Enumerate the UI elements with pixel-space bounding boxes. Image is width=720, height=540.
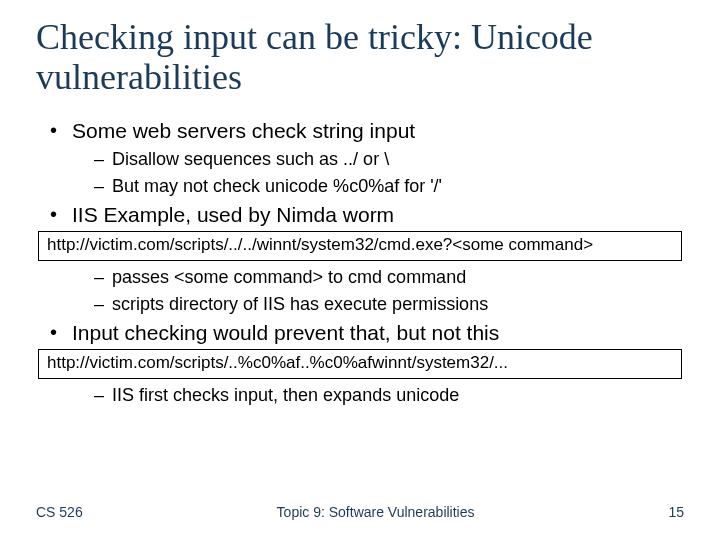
bullet-text: Some web servers check string input (72, 119, 415, 142)
example-url-box: http://victim.com/scripts/../../winnt/sy… (38, 231, 682, 261)
slide: Checking input can be tricky: Unicode vu… (0, 0, 720, 540)
bullet-list: Some web servers check string input Disa… (36, 119, 684, 227)
sub-bullet-list: passes <some command> to cmd command scr… (72, 267, 684, 315)
sub-bullet-item: IIS first checks input, then expands uni… (94, 385, 684, 406)
sub-bullet-item: scripts directory of IIS has execute per… (94, 294, 684, 315)
sub-bullet-list: IIS first checks input, then expands uni… (72, 385, 684, 406)
bullet-text: IIS Example, used by Nimda worm (72, 203, 394, 226)
bullet-item-hidden: passes <some command> to cmd command scr… (50, 267, 684, 315)
bullet-item-hidden: IIS first checks input, then expands uni… (50, 385, 684, 406)
bullet-item: Some web servers check string input Disa… (50, 119, 684, 197)
footer-left: CS 526 (36, 504, 83, 520)
footer-page-number: 15 (668, 504, 684, 520)
bullet-item: IIS Example, used by Nimda worm (50, 203, 684, 227)
footer-center: Topic 9: Software Vulnerabilities (83, 504, 669, 520)
bullet-text: Input checking would prevent that, but n… (72, 321, 499, 344)
bullet-item: Input checking would prevent that, but n… (50, 321, 684, 345)
sub-bullet-item: passes <some command> to cmd command (94, 267, 684, 288)
sub-bullet-item: But may not check unicode %c0%af for '/' (94, 176, 684, 197)
slide-footer: CS 526 Topic 9: Software Vulnerabilities… (0, 504, 720, 520)
bullet-list-cont2: IIS first checks input, then expands uni… (36, 385, 684, 406)
slide-title: Checking input can be tricky: Unicode vu… (36, 18, 684, 97)
bullet-list-cont: passes <some command> to cmd command scr… (36, 267, 684, 345)
example-url-box: http://victim.com/scripts/..%c0%af..%c0%… (38, 349, 682, 379)
sub-bullet-list: Disallow sequences such as ../ or \ But … (72, 149, 684, 197)
sub-bullet-item: Disallow sequences such as ../ or \ (94, 149, 684, 170)
